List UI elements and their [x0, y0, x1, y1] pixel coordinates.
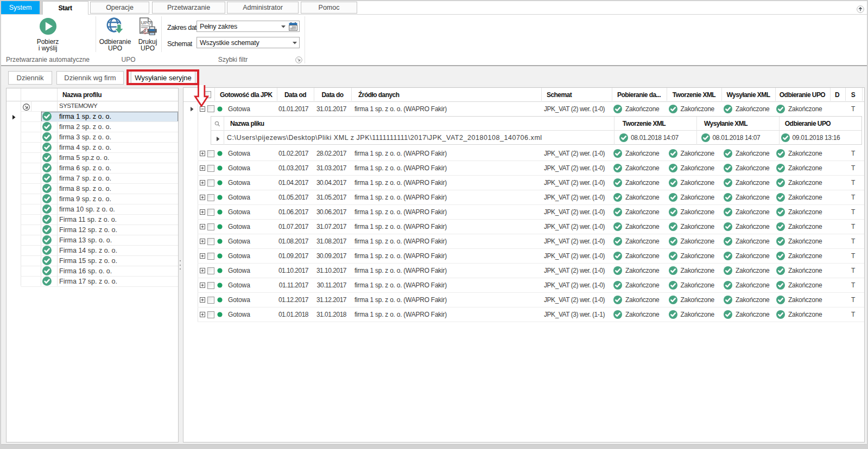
svg-text:UPO: UPO [141, 20, 151, 25]
